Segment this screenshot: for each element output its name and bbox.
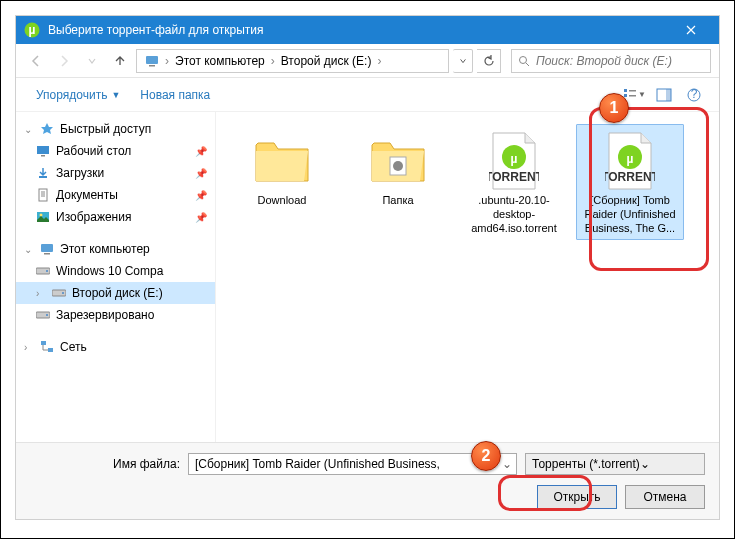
document-icon [36, 188, 50, 202]
svg-text:TORRENT: TORRENT [489, 170, 539, 184]
download-icon [36, 166, 50, 180]
title-bar: µ Выберите торрент-файл для открытия [16, 16, 719, 44]
svg-rect-6 [624, 94, 627, 97]
search-box[interactable] [511, 49, 711, 73]
close-icon [686, 25, 696, 35]
sidebar-tree: ⌄Быстрый доступ Рабочий стол📌 Загрузки📌 … [16, 112, 216, 442]
svg-rect-7 [629, 90, 636, 92]
refresh-button[interactable] [477, 49, 501, 73]
pictures-icon [36, 210, 50, 224]
svg-point-4 [520, 56, 527, 63]
open-button[interactable]: Открыть [537, 485, 617, 509]
window-title: Выберите торрент-файл для открытия [48, 23, 671, 37]
chevron-right-icon: › [377, 54, 381, 68]
arrow-right-icon [57, 54, 71, 68]
breadcrumb-pc-icon[interactable] [141, 54, 163, 68]
tree-pictures[interactable]: Изображения📌 [16, 206, 215, 228]
drive-icon [36, 310, 50, 320]
new-folder-button[interactable]: Новая папка [132, 84, 218, 106]
file-tombraider-torrent[interactable]: µTORRENT [Сборник] Tomb Raider (Unfinish… [576, 124, 684, 240]
tree-quick-access[interactable]: ⌄Быстрый доступ [16, 118, 215, 140]
folder-icon [250, 129, 314, 193]
view-icon [622, 87, 638, 103]
cancel-button[interactable]: Отмена [625, 485, 705, 509]
breadcrumb-seg-pc[interactable]: Этот компьютер [171, 54, 269, 68]
svg-rect-16 [39, 189, 47, 201]
history-dropdown[interactable] [80, 49, 104, 73]
svg-point-26 [46, 314, 48, 316]
toolbar: Упорядочить ▼ Новая папка ▼ ? [16, 78, 719, 112]
svg-point-24 [62, 292, 64, 294]
svg-text:TORRENT: TORRENT [605, 170, 655, 184]
svg-rect-20 [44, 253, 50, 255]
footer: Имя файла: ⌄ Торренты (*.torrent) ⌄ Откр… [16, 442, 719, 519]
pin-icon: 📌 [195, 190, 207, 201]
svg-rect-2 [146, 56, 158, 64]
breadcrumb-seg-disk[interactable]: Второй диск (E:) [277, 54, 376, 68]
pin-icon: 📌 [195, 212, 207, 223]
view-options-button[interactable]: ▼ [621, 82, 647, 108]
chevron-down-icon [87, 56, 97, 66]
torrent-file-icon: µTORRENT [598, 129, 662, 193]
arrow-left-icon [29, 54, 43, 68]
back-button[interactable] [24, 49, 48, 73]
refresh-icon [483, 55, 495, 67]
chevron-down-icon: ⌄ [640, 457, 650, 471]
svg-rect-5 [624, 89, 627, 92]
svg-text:?: ? [691, 88, 698, 101]
arrow-up-icon [113, 54, 127, 68]
dialog-window: µ Выберите торрент-файл для открытия › Э… [15, 15, 720, 520]
drive-icon [36, 266, 50, 276]
chevron-right-icon: › [165, 54, 169, 68]
file-list[interactable]: Download Папка µTORRENT .ubuntu-20.10-de… [216, 112, 719, 442]
tree-this-pc[interactable]: ⌄Этот компьютер [16, 238, 215, 260]
chevron-down-icon: ▼ [111, 90, 120, 100]
svg-point-30 [393, 161, 403, 171]
preview-pane-button[interactable] [651, 82, 677, 108]
filename-input[interactable] [195, 457, 510, 471]
tree-disk2[interactable]: ›Второй диск (E:) [16, 282, 215, 304]
forward-button[interactable] [52, 49, 76, 73]
tree-desktop[interactable]: Рабочий стол📌 [16, 140, 215, 162]
file-ubuntu-torrent[interactable]: µTORRENT .ubuntu-20.10-desktop-amd64.iso… [460, 124, 568, 240]
filetype-combobox[interactable]: Торренты (*.torrent) ⌄ [525, 453, 705, 475]
svg-rect-19 [41, 244, 53, 252]
folder-download[interactable]: Download [228, 124, 336, 240]
folder-icon [366, 129, 430, 193]
tree-reserved[interactable]: Зарезервировано [16, 304, 215, 326]
svg-text:µ: µ [627, 152, 634, 166]
computer-icon [40, 242, 54, 256]
tree-documents[interactable]: Документы📌 [16, 184, 215, 206]
tree-win10[interactable]: Windows 10 Compa [16, 260, 215, 282]
organize-button[interactable]: Упорядочить ▼ [28, 84, 128, 106]
close-button[interactable] [671, 16, 711, 44]
tree-network[interactable]: ›Сеть [16, 336, 215, 358]
svg-rect-14 [41, 155, 45, 157]
filename-label: Имя файла: [30, 457, 180, 471]
svg-rect-8 [629, 95, 636, 97]
utorrent-icon: µ [24, 22, 40, 38]
breadcrumb-dropdown[interactable] [453, 49, 473, 73]
chevron-down-icon[interactable]: ⌄ [502, 457, 512, 471]
svg-text:µ: µ [29, 23, 36, 37]
svg-rect-3 [149, 65, 155, 67]
panel-icon [656, 87, 672, 103]
torrent-file-icon: µTORRENT [482, 129, 546, 193]
search-icon [518, 55, 530, 67]
folder-papka[interactable]: Папка [344, 124, 452, 240]
body: ⌄Быстрый доступ Рабочий стол📌 Загрузки📌 … [16, 112, 719, 442]
search-input[interactable] [536, 54, 704, 68]
tree-downloads[interactable]: Загрузки📌 [16, 162, 215, 184]
svg-rect-10 [666, 89, 671, 101]
svg-point-22 [46, 270, 48, 272]
star-icon [40, 122, 54, 136]
breadcrumb[interactable]: › Этот компьютер › Второй диск (E:) › [136, 49, 449, 73]
desktop-icon [36, 144, 50, 158]
svg-rect-15 [39, 176, 47, 178]
pin-icon: 📌 [195, 168, 207, 179]
up-button[interactable] [108, 49, 132, 73]
filename-combobox[interactable]: ⌄ [188, 453, 517, 475]
drive-icon [52, 288, 66, 298]
help-button[interactable]: ? [681, 82, 707, 108]
navigation-bar: › Этот компьютер › Второй диск (E:) › [16, 44, 719, 78]
